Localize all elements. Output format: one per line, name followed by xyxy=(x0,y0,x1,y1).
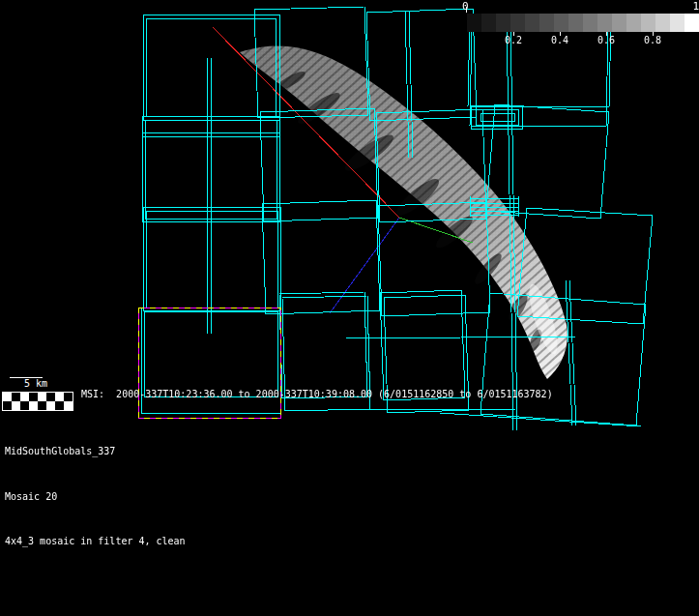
mosaic-footprints xyxy=(141,7,653,430)
colorbar: 0 1 0.2 0.4 0.6 0.8 xyxy=(467,0,699,50)
mosaic-info-block: MidSouthGlobals_337 Mosaic 20 4x4_3 mosa… xyxy=(5,414,186,579)
msi-status-line: MSI: 2000-337T10:23:36.00 to 2000-337T10… xyxy=(81,389,553,399)
footprint-outline xyxy=(143,207,280,310)
selected-footprint-outline xyxy=(138,308,280,418)
viewer-canvas[interactable]: 0 1 0.2 0.4 0.6 0.8 5 km MSI: 2000-337T1… xyxy=(0,0,699,616)
colorbar-max-label: 1 xyxy=(692,0,699,13)
selected-footprint-dash-yellow xyxy=(138,308,280,418)
footprint-outline xyxy=(146,211,277,308)
scale-bar-label: 5 km xyxy=(24,378,47,389)
scale-bar: 5 km xyxy=(0,375,87,414)
colorbar-tick-label: 0.4 xyxy=(544,35,575,45)
mosaic-number: Mosaic 20 xyxy=(5,489,186,505)
colorbar-tick-label: 0.2 xyxy=(498,35,529,45)
mosaic-description: 4x4_3 mosaic in filter 4, clean xyxy=(5,534,186,549)
footprint-edge xyxy=(569,280,576,425)
footprint-edge xyxy=(566,280,572,425)
footprint-outline xyxy=(481,113,514,121)
footprint-outline xyxy=(279,292,367,398)
colorbar-tick-label: 0.6 xyxy=(591,35,622,45)
footprint-outline xyxy=(380,290,465,400)
selected-footprint-dash-magenta xyxy=(138,308,280,418)
colorbar-zero-tick xyxy=(466,7,467,13)
sequence-name: MidSouthGlobals_337 xyxy=(5,444,186,459)
colorbar-gradient xyxy=(467,14,699,32)
footprint-outline xyxy=(486,104,609,219)
colorbar-tick-label: 0.8 xyxy=(637,35,668,45)
checkerboard-scale-icon xyxy=(2,392,73,411)
footprint-edge xyxy=(440,413,641,426)
